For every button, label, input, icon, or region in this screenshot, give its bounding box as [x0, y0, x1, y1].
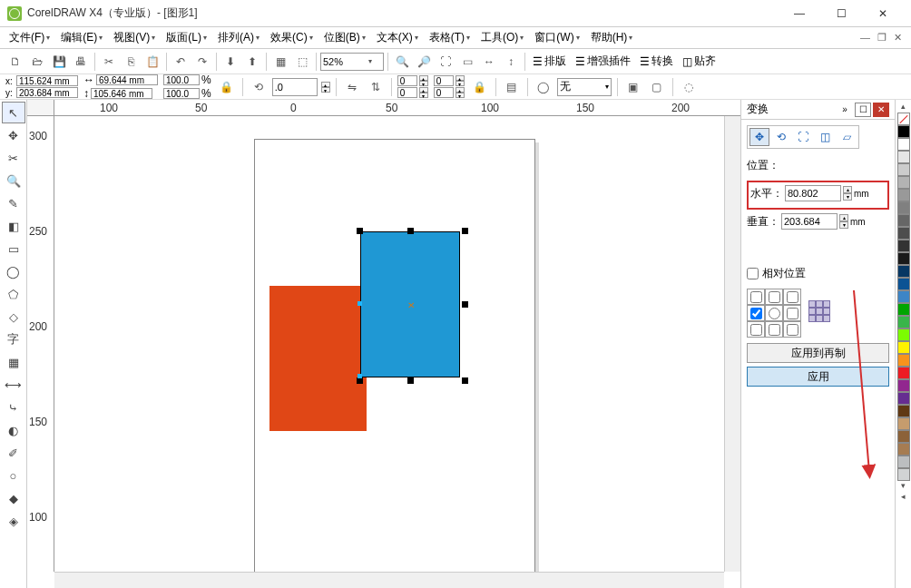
y-input[interactable] [16, 87, 78, 98]
swatch[interactable] [897, 430, 910, 443]
swatch[interactable] [897, 240, 910, 252]
mode-rotate-icon[interactable]: ⟲ [771, 128, 791, 146]
shape-rect-orange[interactable] [269, 286, 367, 431]
minimize-button[interactable]: — [779, 0, 820, 27]
swatch[interactable] [897, 354, 910, 367]
vert-up[interactable]: ▴ [839, 214, 848, 221]
swatch[interactable] [897, 265, 910, 278]
text-tool[interactable]: 字 [2, 328, 25, 350]
save-button[interactable]: 💾 [49, 52, 69, 72]
zoom-in-icon[interactable]: 🔍 [392, 52, 412, 72]
menu-tools[interactable]: 工具(O)▾ [477, 28, 527, 47]
typeset-button[interactable]: ☰排版 [529, 54, 570, 69]
corner-input-3[interactable] [434, 75, 454, 86]
redo-button[interactable]: ↷ [192, 52, 212, 72]
anchor-br[interactable] [787, 324, 798, 336]
menu-layout[interactable]: 版面(L)▾ [162, 28, 211, 47]
corner-input-1[interactable] [397, 75, 417, 86]
to-front-icon[interactable]: ▣ [623, 77, 643, 97]
scale-x-input[interactable] [163, 74, 200, 85]
basic-shapes-tool[interactable]: ◇ [2, 306, 25, 328]
swatch[interactable] [897, 443, 910, 456]
menu-edit[interactable]: 编辑(E)▾ [57, 28, 106, 47]
shape-tool[interactable]: ✥ [2, 124, 25, 146]
paste-button[interactable]: 📋 [142, 52, 162, 72]
rotation-input[interactable] [272, 78, 318, 96]
menu-table[interactable]: 表格(T)▾ [426, 28, 474, 47]
swatch[interactable] [897, 189, 910, 201]
to-back-icon[interactable]: ▢ [647, 77, 667, 97]
swatch[interactable] [897, 367, 910, 379]
table-tool[interactable]: ▦ [2, 351, 25, 373]
palette-down-icon[interactable]: ▾ [897, 481, 910, 492]
ruler-corner[interactable] [27, 100, 54, 116]
export-button[interactable]: ⬆ [242, 52, 262, 72]
mirror-h-icon[interactable]: ⇋ [342, 77, 362, 97]
import-button[interactable]: ⬇ [220, 52, 240, 72]
menu-arrange[interactable]: 排列(A)▾ [214, 28, 263, 47]
eyedropper-tool[interactable]: ✐ [2, 442, 25, 464]
cut-button[interactable]: ✂ [99, 52, 119, 72]
swatch[interactable] [897, 316, 910, 328]
scrollbar-horizontal[interactable] [54, 572, 724, 588]
new-button[interactable]: 🗋 [5, 52, 25, 72]
swatch[interactable] [897, 163, 910, 176]
copy-button[interactable]: ⎘ [121, 52, 141, 72]
welcome-button[interactable]: ⬚ [292, 52, 312, 72]
open-button[interactable]: 🗁 [27, 52, 47, 72]
anchor-bl[interactable] [750, 324, 762, 336]
menu-effects[interactable]: 效果(C)▾ [267, 28, 317, 47]
snapto-button[interactable]: ◫贴齐 [679, 54, 720, 69]
scale-y-input[interactable] [163, 88, 200, 99]
zoom-out-icon[interactable]: 🔎 [414, 52, 434, 72]
docker-expand-icon[interactable]: ☐ [855, 103, 871, 117]
sel-handle-nw[interactable] [357, 228, 363, 234]
mode-size-icon[interactable]: ◫ [815, 128, 835, 146]
close-button[interactable]: ✕ [862, 0, 904, 27]
mirror-v-icon[interactable]: ⇅ [366, 77, 386, 97]
swatch[interactable] [897, 379, 910, 392]
anchor-tc[interactable] [769, 291, 780, 303]
enhance-button[interactable]: ☰增强插件 [572, 54, 634, 69]
sel-handle-e[interactable] [462, 301, 468, 308]
swatch[interactable] [897, 214, 910, 227]
sel-handle-w[interactable] [358, 301, 362, 306]
swatch[interactable] [897, 151, 910, 163]
freehand-tool[interactable]: ✎ [2, 192, 25, 214]
menu-file[interactable]: 文件(F)▾ [5, 28, 54, 47]
relative-checkbox[interactable] [747, 268, 759, 279]
sel-handle-n[interactable] [407, 228, 414, 234]
maximize-button[interactable]: ☐ [820, 0, 862, 27]
corner-input-4[interactable] [434, 87, 454, 98]
rot-down[interactable]: ▾ [321, 87, 330, 93]
anchor-bc[interactable] [769, 324, 780, 336]
canvas[interactable]: ✕ [54, 116, 724, 572]
ellipse-tool[interactable]: ◯ [2, 260, 25, 282]
blend-tool[interactable]: ◐ [2, 419, 25, 441]
ruler-vertical[interactable]: 300 250 200 150 100 [27, 116, 54, 572]
interactive-fill-tool[interactable]: ◈ [2, 510, 25, 532]
swatch[interactable] [897, 456, 910, 468]
apply-duplicate-button[interactable]: 应用到再制 [747, 343, 889, 363]
anchor-mr[interactable] [787, 308, 798, 319]
zoom-tool[interactable]: 🔍 [2, 170, 25, 191]
zoom-height-icon[interactable]: ↕ [501, 52, 521, 72]
anchor-tr[interactable] [787, 291, 798, 303]
corner-lock-icon[interactable]: 🔒 [470, 77, 490, 97]
rectangle-tool[interactable]: ▭ [2, 238, 25, 260]
lock-ratio-icon[interactable]: 🔒 [217, 77, 237, 97]
docker-collapse-icon[interactable]: » [837, 103, 853, 117]
horiz-down[interactable]: ▾ [843, 193, 852, 201]
swatch[interactable] [897, 328, 910, 341]
mode-skew-icon[interactable]: ▱ [837, 128, 857, 146]
swatch[interactable] [897, 227, 910, 240]
sel-handle-se[interactable] [462, 377, 468, 384]
fill-tool[interactable]: ◆ [2, 487, 25, 509]
swatch[interactable] [897, 125, 910, 138]
menu-text[interactable]: 文本(X)▾ [373, 28, 422, 47]
apply-button[interactable]: 应用 [747, 367, 889, 387]
outline-tool[interactable]: ○ [2, 465, 25, 486]
zoom-drop-icon[interactable]: ▾ [368, 57, 372, 65]
corner-input-2[interactable] [397, 87, 417, 98]
mdi-close[interactable]: ✕ [894, 32, 902, 44]
